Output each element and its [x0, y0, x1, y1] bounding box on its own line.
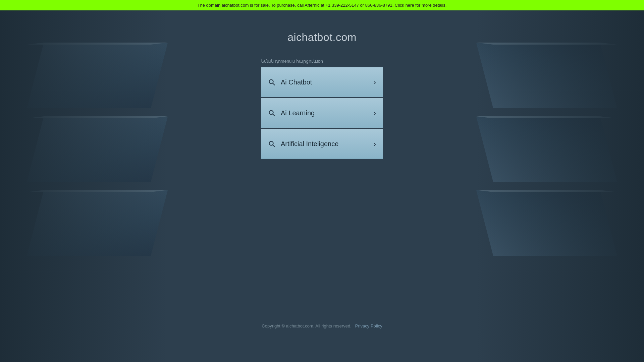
search-item-ai-chatbot[interactable]: Ai Chatbot › [261, 67, 383, 97]
svg-line-1 [273, 83, 275, 85]
chevron-right-icon-artificial-intelligence: › [374, 140, 376, 148]
svg-line-5 [273, 145, 275, 147]
svg-point-0 [269, 80, 273, 84]
site-title: aichatbot.com [287, 31, 357, 44]
main-content: aichatbot.com Նման դոmenulu հարցուևtbn A… [0, 9, 644, 362]
chevron-right-icon-ai-chatbot: › [374, 78, 376, 86]
search-item-artificial-intelligence[interactable]: Artificial Inteligence › [261, 129, 383, 159]
search-items-list: Ai Chatbot › Ai Learning › [261, 67, 383, 160]
svg-point-2 [269, 111, 273, 115]
search-item-left-ai-chatbot: Ai Chatbot [268, 78, 312, 86]
search-item-ai-learning[interactable]: Ai Learning › [261, 98, 383, 128]
search-item-left-ai-learning: Ai Learning [268, 109, 315, 117]
section-label: Նման դոmenulu հարցուևtbn [261, 59, 323, 64]
search-item-label-artificial-intelligence: Artificial Inteligence [281, 140, 338, 148]
svg-point-4 [269, 141, 273, 145]
announcement-text: The domain aichatbot.com is for sale. To… [198, 3, 447, 8]
search-icon [268, 140, 275, 147]
search-item-left-artificial-intelligence: Artificial Inteligence [268, 140, 338, 148]
privacy-policy-link[interactable]: Privacy Policy [355, 323, 382, 328]
footer: Copyright © aichatbot.com. All rights re… [0, 323, 644, 328]
announcement-bar[interactable]: The domain aichatbot.com is for sale. To… [0, 0, 644, 10]
search-icon-ai-learning [268, 109, 275, 117]
chevron-right-icon-ai-learning: › [374, 109, 376, 117]
svg-line-3 [273, 114, 275, 116]
search-item-label-ai-learning: Ai Learning [281, 109, 315, 117]
search-icon [268, 109, 275, 117]
copyright-text: Copyright © aichatbot.com. All rights re… [262, 323, 352, 328]
search-icon [268, 78, 275, 86]
search-icon-artificial-intelligence [268, 140, 275, 147]
search-item-label-ai-chatbot: Ai Chatbot [281, 78, 312, 86]
search-icon-ai-chatbot [268, 78, 275, 86]
